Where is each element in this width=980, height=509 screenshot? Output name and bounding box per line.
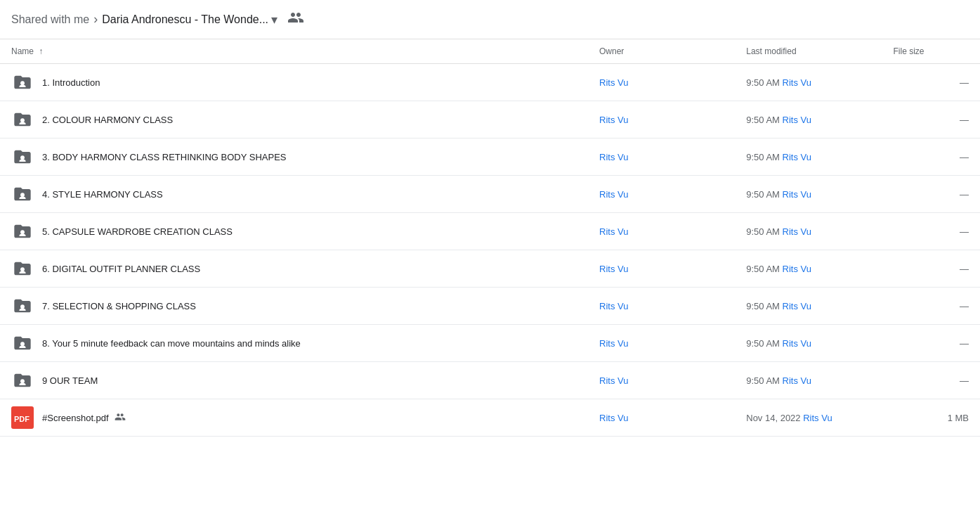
file-name: 7. SELECTION & SHOPPING CLASS (42, 301, 196, 311)
shared-folder-icon (11, 295, 34, 317)
modified-by: Rits Vu (783, 301, 811, 311)
svg-text:PDF: PDF (14, 415, 30, 423)
file-name: 9 OUR TEAM (42, 375, 98, 386)
svg-point-6 (20, 304, 25, 309)
modified-cell: 9:50 AM Rits Vu (735, 64, 882, 101)
modified-by: Rits Vu (783, 189, 811, 200)
svg-point-7 (20, 342, 25, 346)
modified-cell: Nov 14, 2022 Rits Vu (735, 399, 882, 437)
table-row[interactable]: 3. BODY HARMONY CLASS RETHINKING BODY SH… (0, 138, 980, 176)
modified-by: Rits Vu (783, 226, 811, 237)
modified-cell: 9:50 AM Rits Vu (735, 288, 882, 325)
modified-cell: 9:50 AM Rits Vu (735, 362, 882, 399)
modified-cell: 9:50 AM Rits Vu (735, 138, 882, 176)
size-cell: — (882, 64, 981, 101)
column-owner[interactable]: Owner (588, 39, 735, 64)
owner-cell: Rits Vu (588, 138, 735, 176)
svg-point-8 (20, 379, 25, 383)
table-row[interactable]: 9 OUR TEAMRits Vu9:50 AM Rits Vu— (0, 362, 980, 399)
table-row[interactable]: 5. CAPSULE WARDROBE CREATION CLASSRits V… (0, 213, 980, 250)
svg-point-4 (20, 230, 25, 234)
people-icon[interactable] (287, 9, 304, 30)
svg-point-0 (20, 81, 25, 85)
file-name: #Screenshot.pdf (42, 413, 109, 423)
owner-cell: Rits Vu (588, 399, 735, 437)
shared-folder-icon (11, 71, 34, 94)
modified-by: Rits Vu (783, 77, 811, 88)
size-cell: — (882, 362, 981, 399)
file-name: 4. STYLE HARMONY CLASS (42, 189, 163, 200)
modified-by: Rits Vu (783, 375, 811, 386)
shared-folder-icon (11, 146, 34, 168)
owner-cell: Rits Vu (588, 362, 735, 399)
size-cell: — (882, 325, 981, 362)
file-name: 1. Introduction (42, 77, 100, 88)
svg-point-3 (20, 193, 25, 197)
size-cell: — (882, 101, 981, 138)
file-name: 8. Your 5 minute feedback can move mount… (42, 338, 301, 349)
size-cell: — (882, 176, 981, 213)
table-row[interactable]: PDF #Screenshot.pdfRits VuNov 14, 2022 R… (0, 399, 980, 437)
modified-cell: 9:50 AM Rits Vu (735, 101, 882, 138)
size-cell: 1 MB (882, 399, 981, 437)
modified-by: Rits Vu (783, 115, 811, 125)
shared-folder-icon (11, 257, 34, 280)
file-name: 6. DIGITAL OUTFIT PLANNER CLASS (42, 264, 200, 274)
modified-by: Rits Vu (783, 264, 811, 274)
sort-ascending-icon: ↑ (39, 46, 43, 56)
table-row[interactable]: 6. DIGITAL OUTFIT PLANNER CLASSRits Vu9:… (0, 250, 980, 288)
column-name[interactable]: Name ↑ (0, 39, 588, 64)
owner-cell: Rits Vu (588, 250, 735, 288)
breadcrumb-folder-name: Daria Andronescu - The Wonde... (102, 13, 268, 26)
modified-cell: 9:50 AM Rits Vu (735, 176, 882, 213)
table-row[interactable]: 4. STYLE HARMONY CLASSRits Vu9:50 AM Rit… (0, 176, 980, 213)
size-cell: — (882, 288, 981, 325)
modified-by: Rits Vu (803, 413, 832, 423)
modified-cell: 9:50 AM Rits Vu (735, 325, 882, 362)
file-table: Name ↑ Owner Last modified File size 1. … (0, 39, 980, 437)
table-header-row: Name ↑ Owner Last modified File size (0, 39, 980, 64)
file-name: 3. BODY HARMONY CLASS RETHINKING BODY SH… (42, 152, 286, 162)
shared-folder-icon (11, 332, 34, 354)
chevron-down-icon: ▾ (271, 12, 277, 27)
owner-cell: Rits Vu (588, 325, 735, 362)
file-name: 5. CAPSULE WARDROBE CREATION CLASS (42, 226, 233, 237)
owner-cell: Rits Vu (588, 101, 735, 138)
breadcrumb-shared-with-me[interactable]: Shared with me (11, 13, 89, 26)
shared-folder-icon (11, 220, 34, 243)
size-cell: — (882, 250, 981, 288)
modified-cell: 9:50 AM Rits Vu (735, 250, 882, 288)
owner-cell: Rits Vu (588, 64, 735, 101)
size-cell: — (882, 138, 981, 176)
table-row[interactable]: 8. Your 5 minute feedback can move mount… (0, 325, 980, 362)
modified-by: Rits Vu (783, 152, 811, 162)
shared-folder-icon (11, 369, 34, 392)
breadcrumb-folder-dropdown[interactable]: Daria Andronescu - The Wonde... ▾ (102, 12, 277, 27)
table-row[interactable]: 1. IntroductionRits Vu9:50 AM Rits Vu— (0, 64, 980, 101)
size-cell: — (882, 213, 981, 250)
breadcrumb-separator: › (93, 12, 98, 27)
column-file-size[interactable]: File size (882, 39, 981, 64)
shared-folder-icon (11, 183, 34, 205)
modified-by: Rits Vu (783, 338, 811, 349)
svg-point-5 (20, 267, 25, 271)
owner-cell: Rits Vu (588, 288, 735, 325)
table-row[interactable]: 2. COLOUR HARMONY CLASSRits Vu9:50 AM Ri… (0, 101, 980, 138)
owner-cell: Rits Vu (588, 213, 735, 250)
owner-cell: Rits Vu (588, 176, 735, 213)
modified-cell: 9:50 AM Rits Vu (735, 213, 882, 250)
shared-folder-icon (11, 108, 34, 131)
shared-badge-icon (115, 411, 126, 425)
svg-point-1 (20, 118, 25, 122)
pdf-icon: PDF (11, 406, 34, 429)
column-last-modified[interactable]: Last modified (735, 39, 882, 64)
file-name: 2. COLOUR HARMONY CLASS (42, 115, 173, 125)
table-row[interactable]: 7. SELECTION & SHOPPING CLASSRits Vu9:50… (0, 288, 980, 325)
header: Shared with me › Daria Andronescu - The … (0, 0, 980, 39)
svg-point-2 (20, 155, 25, 160)
